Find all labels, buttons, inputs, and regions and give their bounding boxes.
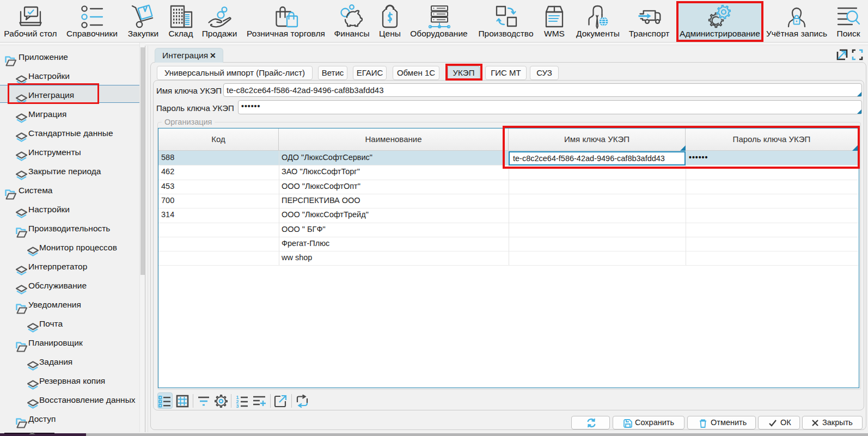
svg-text:3: 3: [236, 403, 239, 408]
